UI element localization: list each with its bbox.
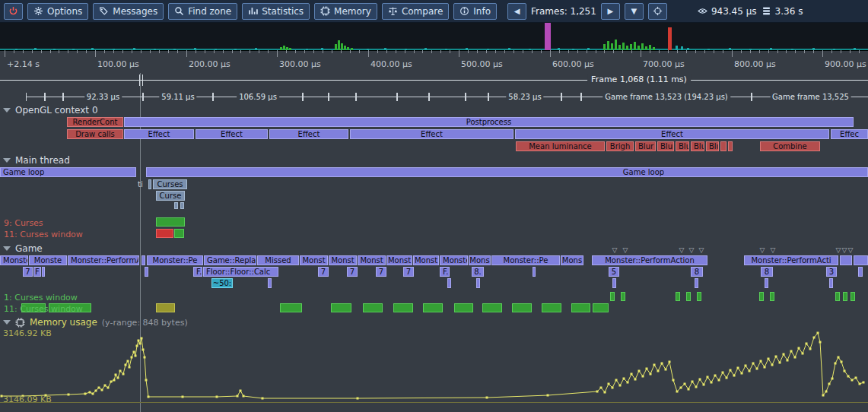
histogram-bar[interactable] <box>618 45 621 50</box>
zone-bar[interactable] <box>174 229 184 238</box>
zone-bar[interactable] <box>331 303 351 312</box>
section-header-main-thread[interactable]: Main thread <box>3 155 70 166</box>
zone-bar[interactable] <box>156 229 173 238</box>
frame-set-button[interactable]: ▼ <box>625 3 644 20</box>
histogram-bar[interactable] <box>615 40 617 50</box>
histogram-bar[interactable] <box>607 41 609 50</box>
zone-bar[interactable] <box>835 292 840 301</box>
zone-bar[interactable] <box>145 267 148 277</box>
frame-span[interactable]: Game frame 13,525 <box>752 93 868 101</box>
histogram-bar[interactable] <box>634 42 636 50</box>
message-marker-icon[interactable]: ▽ <box>689 247 695 254</box>
zone-brigh[interactable]: Brigh <box>606 141 634 151</box>
zone-effect[interactable]: Effect <box>196 129 268 139</box>
zone-bar[interactable] <box>542 303 561 312</box>
zone-blur[interactable]: Blur <box>691 141 704 151</box>
zone-game-loop[interactable]: Game loop <box>0 167 136 177</box>
frame-span[interactable]: 106.59 µs <box>213 93 303 101</box>
frame-span[interactable] <box>429 93 466 101</box>
frame-span[interactable]: 92.33 µs <box>63 93 143 101</box>
histogram-bar[interactable] <box>611 43 613 50</box>
zone-mean-luminance[interactable]: Mean luminance <box>516 141 605 151</box>
section-header-opengl[interactable]: OpenGL context 0 <box>3 105 98 116</box>
zone-postprocess[interactable]: Postprocess <box>124 117 854 127</box>
toolbar-button-info[interactable]: Info <box>453 3 497 20</box>
zone-bar[interactable] <box>610 292 615 301</box>
zone-bar[interactable] <box>174 202 178 209</box>
zone-5[interactable]: 5 <box>609 267 619 277</box>
zone-7[interactable]: 7 <box>23 267 33 277</box>
zone-bar[interactable] <box>686 292 691 301</box>
zone-bar[interactable] <box>759 292 764 301</box>
zone-bar[interactable] <box>612 278 616 288</box>
zone-effect[interactable]: Effect <box>515 129 829 139</box>
zone-blur[interactable]: Blur <box>635 141 656 151</box>
zone-bar[interactable] <box>728 141 733 151</box>
zone-rendercont[interactable]: RenderCont <box>67 117 123 127</box>
message-marker-icon[interactable]: ▽ <box>842 247 847 254</box>
zone-bar[interactable] <box>280 303 302 312</box>
zone-blur[interactable]: Blur <box>657 141 674 151</box>
prev-frame-button[interactable]: ◀ <box>507 3 526 20</box>
zone-bar[interactable] <box>571 303 590 312</box>
zone-bar[interactable] <box>695 278 698 288</box>
histogram-bar[interactable] <box>603 44 606 50</box>
zone-monster-performaction[interactable]: Monster::PerformAction <box>592 255 707 265</box>
zone-bar[interactable] <box>363 303 383 312</box>
message-marker-icon[interactable]: ▽ <box>699 247 704 254</box>
message-marker-icon[interactable]: ▽ <box>760 247 765 254</box>
zone-bar[interactable] <box>156 217 185 227</box>
toolbar-button-messages[interactable]: Messages <box>93 3 164 20</box>
zone-7[interactable]: 7 <box>376 267 386 277</box>
histogram-bar[interactable] <box>622 43 625 50</box>
goto-frame-button[interactable] <box>648 3 667 20</box>
toolbar-button-compare[interactable]: Compare <box>382 3 449 20</box>
zone-8[interactable]: 8. <box>472 267 484 277</box>
zone-bar[interactable] <box>148 179 151 189</box>
zone-curse[interactable]: Curse <box>156 191 185 201</box>
zone-7[interactable]: 7 <box>403 267 414 277</box>
lock-label-9-curses[interactable]: 9: Curses <box>4 218 43 228</box>
toolbar-button-find-zone[interactable]: Find zone <box>168 3 237 20</box>
histogram-bar[interactable] <box>641 43 644 50</box>
zone-game-replay[interactable]: Game::Replay <box>204 255 256 265</box>
memory-plot[interactable] <box>0 331 868 404</box>
message-marker-icon[interactable]: ▽ <box>679 247 685 254</box>
zone-bar[interactable] <box>843 292 847 301</box>
zone-bar[interactable] <box>476 278 480 288</box>
zone-effect[interactable]: Effect <box>350 129 513 139</box>
zone-missed[interactable]: Missed <box>257 255 299 265</box>
zone-monst[interactable]: Monst <box>413 255 439 265</box>
zone-mons[interactable]: Mons <box>561 255 583 265</box>
histogram-bar[interactable] <box>335 44 337 50</box>
zone-8[interactable]: 8 <box>691 267 703 277</box>
frame-span[interactable]: 58.23 µs <box>488 93 561 101</box>
zone-bar[interactable] <box>423 303 443 312</box>
zone-draw-calls[interactable]: Draw calls <box>67 129 123 139</box>
frame-span[interactable] <box>303 93 329 101</box>
zone-bar[interactable] <box>533 267 536 277</box>
zone-effec[interactable]: Effec <box>831 129 868 139</box>
zone-bar[interactable] <box>156 303 175 312</box>
zone-bar[interactable] <box>829 278 833 288</box>
zone-monste[interactable]: Monste <box>29 255 67 265</box>
zone-monst[interactable]: Monst <box>358 255 386 265</box>
toolbar-button-statistics[interactable]: Statistics <box>242 3 310 20</box>
zone-curses[interactable]: Curses <box>153 179 187 189</box>
frame-span[interactable] <box>356 93 397 101</box>
zone-monste[interactable]: Monste <box>0 255 28 265</box>
message-marker-icon[interactable]: ▽ <box>623 247 628 254</box>
zone-f[interactable]: F. <box>440 267 450 277</box>
histogram-bar[interactable] <box>545 23 551 50</box>
frame-span[interactable]: 59.11 µs <box>143 93 213 101</box>
frame-span[interactable] <box>329 93 356 101</box>
message-marker-icon[interactable]: ▽ <box>848 247 854 254</box>
zone-bar[interactable] <box>770 292 774 301</box>
message-marker-icon[interactable]: ▽ <box>771 247 776 254</box>
toolbar-button-options[interactable]: Options <box>27 3 88 20</box>
frame-span[interactable] <box>397 93 429 101</box>
zone-bar[interactable] <box>393 303 413 312</box>
zone-game-loop[interactable]: Game loop <box>146 167 868 177</box>
zone-bar[interactable] <box>141 255 145 265</box>
zone-monst[interactable]: Monst <box>329 255 357 265</box>
